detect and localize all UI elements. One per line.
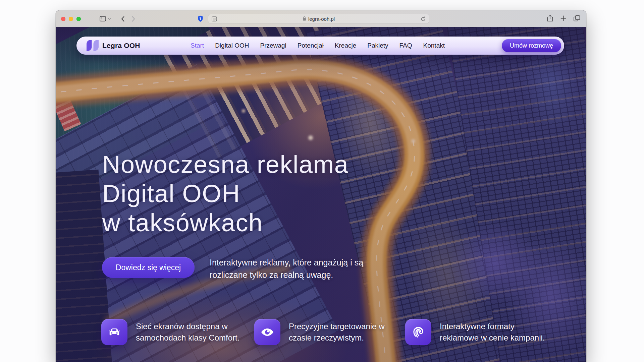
close-window-button[interactable] [61,17,65,21]
nav-item-kreacje[interactable]: Kreacje [335,42,356,49]
privacy-shield-icon[interactable] [197,10,203,27]
learn-more-button[interactable]: Dowiedz się więcej [102,257,195,278]
bg-red-sign [56,97,81,131]
book-call-button[interactable]: Umów rozmowę [502,39,561,52]
bg-warm-plaza [219,27,426,217]
share-icon[interactable] [547,15,553,23]
feature-interactive-formats: Interaktywne formaty reklamowe w cenie k… [405,319,545,345]
hero-background-photo [56,27,586,362]
bg-purple-glow [435,208,555,319]
feature-1-line-2: samochodach klasy Comfort. [136,332,239,344]
hero-heading-line-3: w taksówkach [102,208,348,237]
bg-highway [56,27,586,362]
safari-window: legra-ooh.pl [56,10,586,362]
legra-logo-icon [86,40,99,52]
nav-item-kontakt[interactable]: Kontakt [423,42,445,49]
site-navbar: Legra OOH Start Digital OOH Przewagi Pot… [76,37,564,55]
hero-subtext: Interaktywne reklamy, które angażują i s… [210,256,363,281]
hero-subtext-line-2: rozliczane tylko za realną uwagę. [210,269,363,281]
bg-rooftops [56,64,338,362]
feature-screens-network: Sieć ekranów dostępna w samochodach klas… [101,319,239,345]
traffic-lights [61,10,81,27]
feature-2-line-2: czasie rzeczywistym. [289,332,384,344]
car-icon [101,319,127,345]
reader-icon[interactable] [212,16,217,22]
hero-heading: Nowoczesna reklama Digital OOH w taksówk… [102,150,348,237]
new-tab-icon[interactable] [560,15,566,22]
bg-skyscraper-b [447,27,586,362]
hero-heading-line-2: Digital OOH [102,179,348,208]
url-text: legra-ooh.pl [308,16,335,22]
nav-item-faq[interactable]: FAQ [399,42,412,49]
bg-street-glow [93,292,347,362]
back-icon[interactable] [120,10,125,27]
eye-icon [254,319,280,345]
nav-menu: Start Digital OOH Przewagi Potencjał Kre… [191,37,445,55]
nav-item-potencjal[interactable]: Potencjał [298,42,324,49]
forward-icon[interactable] [131,10,136,27]
address-bar[interactable]: legra-ooh.pl [208,14,429,24]
browser-toolbar: legra-ooh.pl [56,10,586,27]
tab-overview-icon[interactable] [574,15,580,23]
fingerprint-icon [405,319,431,345]
hero-subtext-line-1: Interaktywne reklamy, które angażują i s… [210,256,363,269]
lock-icon [303,16,306,22]
nav-item-pakiety[interactable]: Pakiety [367,42,388,49]
sidebar-icon[interactable] [99,10,107,27]
chevron-down-icon[interactable] [107,10,112,27]
feature-3-line-1: Interaktywne formaty [440,321,545,332]
hero-heading-line-1: Nowoczesna reklama [102,150,348,179]
bg-purple-tint-overlay [56,27,586,362]
bg-sky-base [56,27,586,362]
zoom-window-button[interactable] [76,17,81,21]
brand-logo[interactable]: Legra OOH [86,37,140,55]
brand-name: Legra OOH [102,42,140,50]
feature-targeting: Precyzyjne targetowanie w czasie rzeczyw… [254,319,384,345]
nav-item-przewagi[interactable]: Przewagi [260,42,286,49]
bg-skyscraper-a [306,27,518,362]
minimize-window-button[interactable] [69,17,73,21]
feature-1-line-1: Sieć ekranów dostępna w [136,321,239,332]
feature-3-line-2: reklamowe w cenie kampanii. [440,332,545,344]
refresh-icon[interactable] [421,16,426,23]
nav-item-start[interactable]: Start [191,42,204,49]
webpage: Legra OOH Start Digital OOH Przewagi Pot… [56,27,586,362]
feature-2-line-1: Precyzyjne targetowanie w [289,321,384,332]
nav-item-digital-ooh[interactable]: Digital OOH [215,42,249,49]
